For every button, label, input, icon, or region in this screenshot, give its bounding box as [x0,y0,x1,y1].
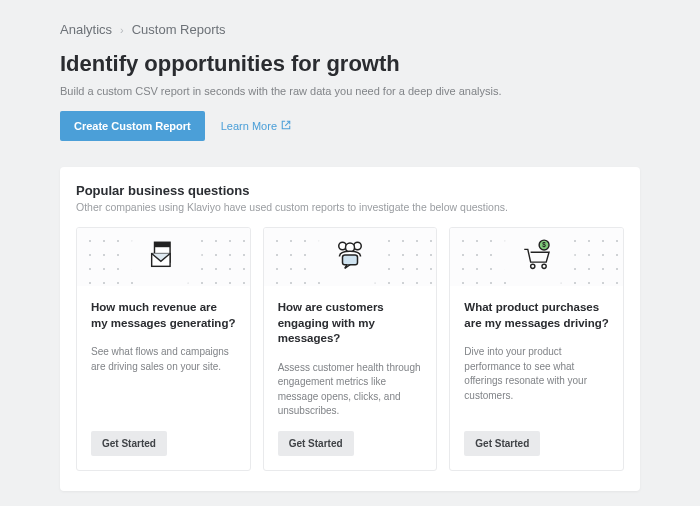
product-cart-icon: $ [520,238,554,276]
breadcrumb-current: Custom Reports [132,22,226,37]
learn-more-link[interactable]: Learn More [221,120,291,132]
page-subtitle: Build a custom CSV report in seconds wit… [60,85,640,97]
popular-questions-panel: Popular business questions Other compani… [60,167,640,491]
question-card-revenue: How much revenue are my messages generat… [76,227,251,471]
svg-rect-1 [155,242,171,247]
get-started-button[interactable]: Get Started [464,431,540,456]
cta-row: Create Custom Report Learn More [60,111,640,141]
svg-point-9 [530,264,534,268]
panel-subtitle: Other companies using Klaviyo have used … [76,201,624,213]
breadcrumb-root[interactable]: Analytics [60,22,112,37]
create-custom-report-button[interactable]: Create Custom Report [60,111,205,141]
svg-text:$: $ [542,241,546,249]
breadcrumb: Analytics › Custom Reports [60,22,640,37]
card-title: What product purchases are my messages d… [464,300,609,331]
page-container: Analytics › Custom Reports Identify oppo… [0,0,700,491]
revenue-report-icon [146,238,180,276]
page-title: Identify opportunities for growth [60,51,640,77]
chevron-right-icon: › [120,24,124,36]
get-started-button[interactable]: Get Started [91,431,167,456]
panel-title: Popular business questions [76,183,624,198]
get-started-button[interactable]: Get Started [278,431,354,456]
svg-point-10 [542,264,546,268]
card-icon-strip [77,228,250,286]
card-row: How much revenue are my messages generat… [76,227,624,471]
svg-rect-6 [343,255,358,265]
engagement-icon [332,238,368,276]
card-description: See what flows and campaigns are driving… [91,345,236,419]
card-title: How are customers engaging with my messa… [278,300,423,347]
card-icon-strip: $ [450,228,623,286]
card-description: Assess customer health through engagemen… [278,361,423,419]
learn-more-label: Learn More [221,120,277,132]
card-icon-strip [264,228,437,286]
question-card-products: $ What product purchases are my messages… [449,227,624,471]
question-card-engagement: How are customers engaging with my messa… [263,227,438,471]
card-description: Dive into your product performance to se… [464,345,609,419]
card-title: How much revenue are my messages generat… [91,300,236,331]
external-link-icon [281,120,291,132]
